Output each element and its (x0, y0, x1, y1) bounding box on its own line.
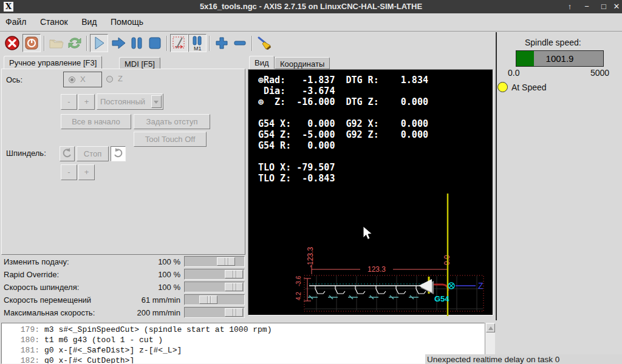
slider-knob[interactable] (225, 308, 243, 317)
toolbar-separator (44, 36, 45, 51)
gcode-line-number: 179: (2, 325, 39, 334)
estop-icon (4, 35, 20, 51)
jog-speed-slider[interactable] (184, 294, 245, 305)
spin-cw-icon (112, 147, 125, 160)
slider-knob[interactable] (225, 283, 243, 291)
grid-lines (305, 276, 483, 311)
jog-plus-button[interactable]: + (78, 94, 95, 110)
zoom-out-button[interactable] (231, 34, 249, 52)
spindle-speed-bar: 1001.9 (516, 50, 604, 67)
clear-plot-button[interactable] (255, 34, 273, 52)
spindle-faster-button[interactable]: + (78, 164, 95, 180)
backplot-canvas[interactable]: ⊕Rad: -1.837 DTG R: 1.834 Dia: -3.674⊕ Z… (248, 69, 493, 315)
feed-override-value: 100 % (158, 257, 180, 266)
origin-marker-icon (448, 283, 454, 289)
svg-text:M1: M1 (194, 46, 202, 51)
feed-override-slider[interactable] (184, 256, 245, 267)
max-velocity-label: Максимальная скорость: (4, 308, 95, 317)
plus-icon (214, 35, 230, 51)
tab-dro[interactable]: Координаты (275, 57, 330, 69)
tab-manual-control-label: Ручное управление [F3] (9, 58, 97, 67)
spindle-override-value: 100 % (158, 283, 180, 292)
tab-mdi[interactable]: MDI [F5] (119, 57, 160, 69)
spindle-override-row: Скорость шпинделя: 100 % (0, 281, 246, 294)
slider-knob[interactable] (199, 295, 217, 304)
home-all-button[interactable]: Все в начало (61, 114, 131, 129)
spindle-speed-value: 1001.9 (516, 51, 603, 66)
max-velocity-row: Максимальная скорость: 200 mm/min (0, 306, 246, 319)
feed-override-row: Изменить подачу: 100 % (0, 255, 246, 268)
step-arrow-icon (111, 35, 126, 51)
tab-preview-label: Вид (255, 58, 269, 67)
jog-speed-value: 61 mm/min (142, 295, 180, 305)
max-velocity-value: 200 mm/min (137, 308, 180, 317)
close-button[interactable]: ✕ (611, 0, 622, 13)
spindle-override-label: Скорость шпинделя: (4, 283, 79, 292)
toolbar-separator (251, 36, 253, 51)
axis-x-label: X (80, 75, 86, 84)
skip-lines-button[interactable] (170, 34, 188, 52)
dim-width-label: 123.3 (367, 265, 386, 274)
titlebar: X 5x16_tools.ngc - AXIS 2.7.15 on LinuxC… (0, 0, 622, 13)
slider-knob[interactable] (217, 257, 235, 266)
spindle-slower-button[interactable]: - (61, 164, 77, 180)
step-button[interactable] (109, 34, 128, 52)
m1-pause-icon: M1 (190, 35, 205, 51)
maximize-button[interactable]: □ (596, 0, 611, 13)
axis-z-radio[interactable]: Z (104, 72, 134, 87)
open-file-button[interactable] (47, 34, 66, 52)
spindle-reverse-button[interactable] (60, 146, 75, 161)
dim-a-label: -3.6 (295, 275, 302, 286)
pane-divider (496, 32, 497, 320)
z-axis-label: Z (478, 281, 484, 291)
backplot-drawing: 123.3 -123.3 0.0 -3.6 4.2 Z G54 (248, 70, 494, 316)
zoom-in-button[interactable] (213, 34, 231, 52)
estop-button[interactable] (3, 34, 21, 52)
at-speed-label: At Speed (511, 83, 547, 92)
jog-increment-dropdown[interactable]: Постоянный (97, 93, 163, 110)
origin-label: G54 (434, 294, 449, 303)
menu-view[interactable]: Вид (76, 13, 102, 31)
slider-knob[interactable] (225, 270, 243, 278)
tool-touch-off-button[interactable]: Tool Touch Off (134, 132, 207, 147)
spindle-forward-button[interactable] (111, 146, 126, 161)
machine-power-button[interactable] (22, 34, 41, 52)
gcode-line-text: g0 x-[#<_CutDepth>] (44, 356, 134, 364)
spindle-override-slider[interactable] (184, 281, 245, 292)
reload-icon (67, 35, 83, 51)
menu-help[interactable]: Помощь (105, 13, 149, 31)
rapid-override-slider[interactable] (184, 269, 245, 280)
dim-height-label: -123.3 (306, 247, 315, 268)
jog-minus-button[interactable]: - (61, 94, 77, 110)
menu-file[interactable]: Файл (0, 13, 32, 31)
set-offset-button[interactable]: Задать отступ (134, 114, 210, 129)
shade-window-button[interactable]: ↑ (562, 0, 577, 13)
spindle-scale-min: 0.0 (508, 68, 519, 78)
spindle-scale-max: 5000 (590, 68, 609, 78)
toolbar-separator (86, 36, 87, 51)
reload-button[interactable] (66, 34, 84, 52)
menubar: Файл Станок Вид Помощь (0, 13, 622, 32)
tab-manual-control[interactable]: Ручное управление [F3] (4, 56, 102, 69)
tab-preview[interactable]: Вид (249, 56, 275, 69)
menu-machine[interactable]: Станок (35, 13, 73, 31)
tab-mdi-label: MDI [F5] (125, 59, 155, 69)
run-button[interactable] (90, 34, 108, 52)
pause-button[interactable] (128, 34, 146, 52)
optional-pause-button[interactable]: M1 (188, 34, 207, 52)
scroll-up-arrow-icon[interactable] (486, 323, 495, 332)
max-velocity-slider[interactable] (184, 307, 245, 318)
minimize-button[interactable]: − (579, 0, 594, 13)
thread-passes (315, 286, 426, 294)
radio-indicator (69, 76, 75, 83)
gcode-line-text: t1 m6 g43 (tool 1 - cut ) (44, 335, 163, 345)
gcode-listing[interactable]: 179:m3 s#<_SpinSpeedCut> (spindle start … (1, 323, 485, 364)
realtime-delay-notification: Unexpected realtime delay on task 0 (425, 354, 622, 364)
stop-button[interactable] (146, 34, 164, 52)
spindle-stop-button[interactable]: Стоп (77, 146, 109, 161)
spindle-speed-label: Spindle speed: (525, 38, 581, 47)
jog-increment-value: Постоянный (97, 94, 145, 109)
window-title: 5x16_tools.ngc - AXIS 2.7.15 on LinuxCNC… (0, 0, 622, 13)
rapid-override-label: Rapid Override: (4, 270, 59, 279)
axis-x-radio[interactable]: X (63, 72, 102, 87)
